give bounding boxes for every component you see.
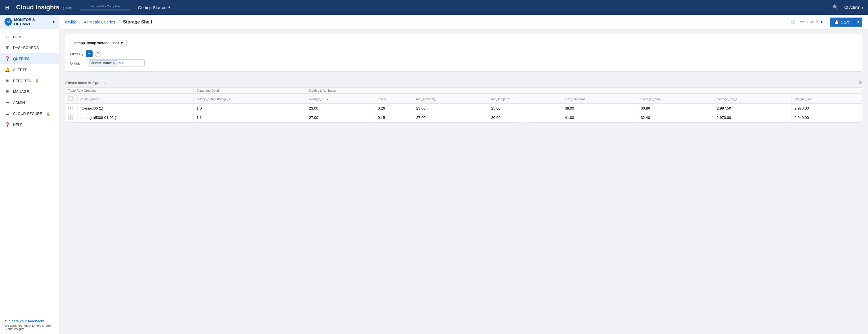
sidebar-label-dashboards: DASHBOARDS [13, 45, 39, 50]
alerts-icon: 🔔 [4, 67, 10, 72]
sidebar-item-manage[interactable]: ⚙ MANAGE [0, 86, 59, 97]
data-table-wrapper: Table Row Grouping Expanded Detail Metri… [65, 88, 862, 123]
group-label: Group [70, 61, 80, 65]
th-min-temp[interactable]: min_temperat... [488, 94, 562, 103]
table-row: + rtp-sa-cl06 (1) 1.0 23.00 0.26 23.00 2… [65, 103, 862, 113]
sidebar-bottom: ⚙ Share your feedback! We want your inpu… [0, 315, 59, 334]
row2-expand-button[interactable]: + [68, 115, 73, 120]
query-type-label: netapp_ontap.storage_shelf [73, 41, 119, 45]
filter-add-button[interactable]: + [86, 50, 93, 57]
home-icon: ⌂ [4, 34, 10, 39]
cloud-secure-icon: ☁ [4, 111, 10, 116]
user-menu-button[interactable]: CI Admin ▾ [844, 5, 864, 10]
sidebar-label-admin: ADMIN [13, 100, 25, 105]
main-content: diwlltk / All Metric Queries / Storage S… [59, 15, 868, 334]
save-icon: 💾 [834, 20, 839, 24]
row2-avg-temp: 32.40 [638, 113, 714, 122]
content-area: netapp_ontap.storage_shelf ▾ Filter By +… [59, 29, 868, 76]
th-avg-fan-s[interactable]: average_fan_s... [714, 94, 792, 103]
table-settings-icon[interactable]: ⚙ [858, 80, 862, 86]
th-netapp-ontap[interactable]: netapp_ontap.storage_s... [194, 94, 306, 103]
share-sub-label: We want your input to help shape Cloud I… [4, 324, 55, 331]
th-avg-temp[interactable]: average_temp... [638, 94, 714, 103]
column-header-row: — cluster_name netapp_ontap.storage_s...… [65, 94, 862, 103]
getting-started-button[interactable]: Getting Started ▾ [138, 5, 170, 10]
results-summary: 2 items found in 2 groups [65, 81, 106, 85]
group-separator: | [84, 61, 85, 65]
filter-label: Filter By [70, 52, 84, 56]
th-power[interactable]: power [375, 94, 413, 103]
reports-icon: ≡ [4, 78, 10, 83]
group-chevron[interactable]: ▾ [122, 61, 124, 65]
row1-cluster-name: rtp-sa-cl06 (1) [78, 103, 194, 113]
search-button[interactable]: 🔍 [832, 4, 839, 10]
filter-row: Filter By + ? [70, 50, 858, 57]
tooltip-min-temp: 30.00 [519, 122, 531, 123]
share-feedback[interactable]: ⚙ Share your feedback! We want your inpu… [4, 319, 55, 331]
row1-max-temp: 38.00 [562, 103, 638, 113]
help-icon: ❓ [4, 122, 10, 127]
row1-avg-fan-s: 2,997.50 [714, 103, 792, 113]
row2-max-temp: 41.00 [562, 113, 638, 122]
breadcrumb-root[interactable]: diwlltk [65, 20, 76, 24]
table-row: + umeng-aff300-01-02 (1 1.1 27.00 0.15 2… [65, 113, 862, 122]
row2-min-ambient: 27.00 [413, 113, 488, 122]
sidebar-item-queries[interactable]: ❓ QUERIES [0, 53, 59, 64]
group-row: Group | cluster_name ✕ ✕ ▾ [70, 59, 858, 67]
row1-expand-button[interactable]: + [68, 106, 73, 111]
cloud-secure-lock-icon: 🔒 [46, 112, 51, 116]
sidebar-monitor-optimize[interactable]: M MONITOR & OPTIMIZE ▾ [0, 15, 59, 29]
data-table: Table Row Grouping Expanded Detail Metri… [65, 88, 862, 122]
row1-expand: + [65, 103, 78, 113]
sidebar-label-cloud-secure: CLOUD SECURE [13, 112, 42, 116]
sidebar-label-home: HOME [13, 35, 24, 39]
page-title: Storage Shelf [123, 20, 152, 25]
sidebar-label-queries: QUERIES [13, 57, 30, 61]
results-bar: 2 items found in 2 groups ⚙ [59, 76, 868, 88]
sidebar-label-manage: MANAGE [13, 89, 29, 94]
row1-avg-temp: 30.86 [638, 103, 714, 113]
breadcrumb-parent[interactable]: All Metric Queries [84, 20, 115, 24]
query-type-button[interactable]: netapp_ontap.storage_shelf ▾ [70, 39, 127, 47]
tutorial-bar: Tutorial 0% Complete [77, 4, 133, 10]
sidebar-item-home[interactable]: ⌂ HOME [0, 31, 59, 42]
sidebar-item-admin[interactable]: ☰ ADMIN [0, 97, 59, 108]
admin-icon: ☰ [4, 100, 10, 105]
th-cluster-name[interactable]: cluster_name [78, 94, 194, 103]
monitor-icon: M [4, 18, 12, 26]
th-min-fan-sp[interactable]: min_fan_spe... [792, 94, 862, 103]
nav-right: 🔍 CI Admin ▾ [832, 4, 864, 10]
grid-icon[interactable]: ⊞ [4, 4, 9, 11]
sidebar-monitor-label: MONITOR & OPTIMIZE [14, 18, 51, 26]
row2-netapp-ontap: 1.1 [194, 113, 306, 122]
sidebar-item-alerts[interactable]: 🔔 ALERTS [0, 64, 59, 75]
filter-help-icon[interactable]: ? [95, 51, 101, 57]
group-tag-label: cluster_name [91, 61, 112, 65]
save-dropdown-button[interactable]: ▾ [855, 18, 862, 27]
tutorial-progress-bar [80, 9, 130, 10]
group-clear-button[interactable]: ✕ [119, 61, 122, 65]
breadcrumb-sep-1: / [79, 20, 81, 24]
sidebar-item-reports[interactable]: ≡ REPORTS 🔒 [0, 75, 59, 86]
th-metrics-attrs: Metrics & Attributes [306, 88, 862, 94]
dashboards-icon: ⊞ [4, 45, 10, 50]
time-selector[interactable]: 🕐 Last 3 Hours ▾ [787, 18, 826, 26]
trial-label: (Trial) [63, 6, 72, 10]
sidebar-item-cloud-secure[interactable]: ☁ CLOUD SECURE 🔒 [0, 108, 59, 119]
row2-power: 0.15 [375, 113, 413, 122]
time-selector-label: Last 3 Hours [798, 20, 818, 24]
row1-average: 23.00 [306, 103, 375, 113]
sidebar: M MONITOR & OPTIMIZE ▾ ⌂ HOME ⊞ DASHBOAR… [0, 15, 59, 334]
sidebar-item-dashboards[interactable]: ⊞ DASHBOARDS [0, 42, 59, 53]
share-label: Share your feedback! [9, 319, 44, 323]
time-selector-chevron: ▾ [821, 20, 823, 24]
sidebar-item-help[interactable]: ❓ HELP [0, 119, 59, 130]
th-max-temp[interactable]: max_temperat... [562, 94, 638, 103]
th-min-ambient[interactable]: min_ambient_... [413, 94, 488, 103]
breadcrumb-sep-2: / [118, 20, 120, 24]
th-average[interactable]: average_... ▲ [306, 94, 375, 103]
row1-min-ambient: 23.00 [413, 103, 488, 113]
collapse-all-button[interactable]: — [68, 96, 73, 101]
save-button[interactable]: 💾 Save [830, 18, 855, 27]
group-tag-remove-button[interactable]: ✕ [113, 61, 116, 65]
